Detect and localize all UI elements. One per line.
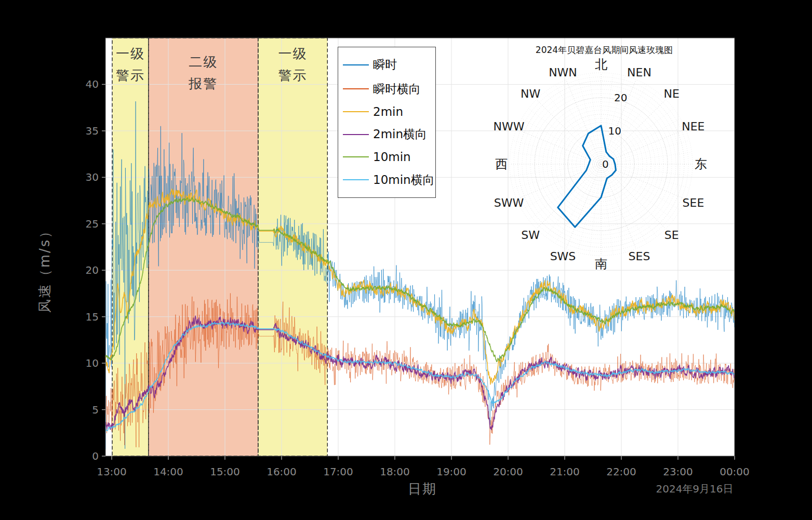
warning-band-label: 一级警示	[278, 43, 308, 86]
x-tick-label: 14:00	[153, 465, 183, 478]
warning-band	[258, 38, 328, 456]
y-tick-label: 20	[86, 264, 99, 276]
warning-band	[149, 38, 258, 456]
rose-direction-label: 南	[595, 257, 607, 271]
warning-band-label-line: 二级	[189, 51, 218, 73]
legend-item[interactable]: 瞬时	[338, 57, 435, 73]
y-tick-label: 5	[92, 404, 99, 416]
legend-item[interactable]: 2min横向	[338, 126, 435, 142]
rose-direction-label: 西	[495, 157, 508, 171]
figure-canvas: 13:0014:0015:0016:0017:0018:0019:0020:00…	[0, 0, 812, 520]
warning-band-label-line: 警示	[116, 64, 145, 86]
wind-rose-title: 2024年贝碧嘉台风期间风速玫瑰图	[536, 44, 673, 56]
rose-direction-label: 北	[595, 57, 607, 72]
x-tick-label: 23:00	[663, 465, 693, 478]
legend: 瞬时瞬时横向2min2min横向10min10min横向	[338, 47, 436, 198]
x-tick-label: 21:00	[550, 465, 580, 478]
legend-item-label: 10min	[373, 150, 411, 164]
legend-item[interactable]: 10min横向	[338, 172, 435, 188]
y-tick-label: 0	[92, 450, 99, 462]
y-axis-label: 风速（m/s）	[36, 223, 54, 313]
rose-radius-label: 0	[602, 158, 609, 170]
warning-band-label-line: 警示	[278, 64, 308, 86]
x-tick-label: 17:00	[323, 465, 353, 478]
warning-band-label-line: 一级	[116, 43, 145, 64]
legend-item[interactable]: 瞬时横向	[338, 81, 435, 97]
legend-item-label: 2min	[373, 105, 403, 118]
rose-direction-label: SWW	[494, 196, 524, 209]
rose-radius-label: 20	[614, 91, 627, 104]
x-axis-label: 日期	[408, 480, 437, 498]
warning-band-label: 二级报警	[189, 51, 218, 95]
x-axis-date-label: 2024年9月16日	[656, 482, 733, 496]
y-tick-label: 25	[86, 218, 99, 230]
legend-item-label: 瞬时	[373, 57, 397, 73]
x-tick-label: 18:00	[380, 465, 410, 478]
legend-item-label: 2min横向	[373, 126, 427, 142]
rose-direction-label: NWW	[494, 120, 525, 133]
warning-band-label: 一级警示	[116, 43, 145, 86]
rose-direction-label: SWS	[550, 250, 576, 263]
rose-direction-label: SEE	[683, 196, 704, 209]
x-tick-label: 16:00	[267, 465, 297, 478]
legend-line-sample	[343, 134, 369, 135]
legend-item[interactable]: 10min	[338, 150, 435, 164]
legend-item-label: 瞬时横向	[373, 81, 421, 97]
rose-direction-label: SE	[664, 229, 679, 242]
warning-band-label-line: 一级	[278, 43, 308, 64]
rose-direction-label: NEE	[682, 120, 704, 133]
rose-direction-label: SW	[521, 229, 540, 242]
x-tick-label: 22:00	[606, 465, 636, 478]
legend-line-sample	[343, 156, 369, 157]
rose-radius-label: 10	[608, 125, 621, 137]
x-tick-label: 19:00	[436, 465, 467, 478]
y-tick-label: 30	[86, 171, 99, 183]
rose-direction-label: NEN	[627, 66, 651, 79]
x-tick-label: 00:00	[720, 465, 750, 478]
rose-direction-label: NWN	[549, 66, 577, 79]
y-tick-label: 10	[86, 357, 99, 369]
y-tick-label: 35	[86, 125, 99, 137]
warning-band-label-line: 报警	[189, 73, 218, 95]
rose-direction-label: NE	[664, 87, 680, 100]
rose-direction-label: SES	[629, 250, 650, 263]
rose-direction-label: NW	[521, 87, 540, 100]
x-tick-label: 13:00	[97, 465, 127, 478]
y-tick-label: 40	[86, 78, 99, 90]
legend-line-sample	[343, 179, 369, 180]
y-tick-label: 15	[86, 311, 99, 323]
legend-line-sample	[343, 111, 369, 112]
legend-line-sample	[343, 64, 369, 65]
x-tick-label: 15:00	[210, 465, 240, 478]
rose-direction-label: 东	[695, 157, 707, 171]
x-tick-label: 20:00	[493, 465, 523, 478]
legend-item-label: 10min横向	[373, 172, 435, 188]
legend-item[interactable]: 2min	[338, 105, 435, 118]
legend-line-sample	[343, 88, 369, 89]
